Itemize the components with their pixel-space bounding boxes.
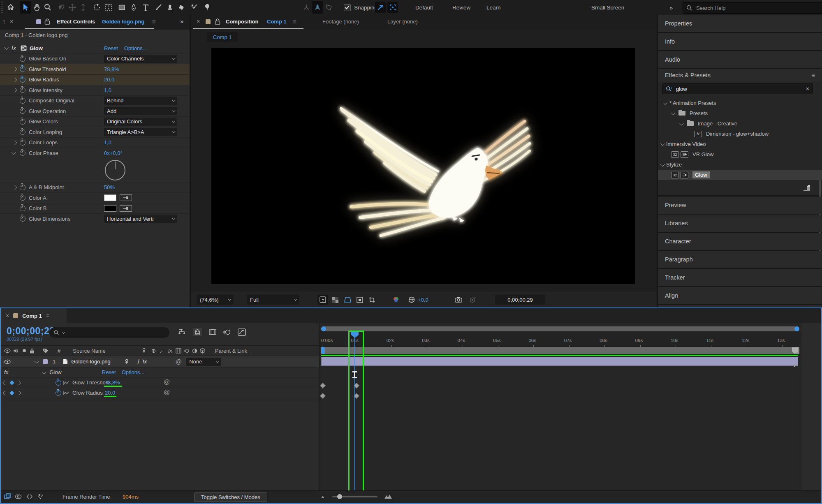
collapse-switch-icon[interactable]: [141, 348, 147, 354]
keyframe-radius-0[interactable]: [320, 393, 326, 399]
snap-along-edges-button[interactable]: [375, 2, 386, 13]
timeline-horizontal-scrollbar[interactable]: [321, 326, 799, 331]
effects-presets-search-input[interactable]: [675, 86, 800, 92]
prev-keyframe-icon[interactable]: [2, 391, 7, 395]
color-b-swatch[interactable]: [104, 205, 116, 212]
stopwatch-icon-active[interactable]: [20, 77, 25, 83]
stopwatch-icon-active[interactable]: [56, 390, 61, 396]
workspace-tab-learn[interactable]: Learn: [486, 0, 501, 15]
orbit-camera-tool[interactable]: [56, 1, 67, 14]
composite-original-dropdown[interactable]: Behind: [104, 97, 177, 105]
timeline-zoom-slider[interactable]: [332, 496, 377, 497]
collapse-icon[interactable]: [660, 141, 665, 146]
type-tool[interactable]: [140, 1, 151, 14]
search-help-box[interactable]: [683, 2, 822, 14]
stopwatch-icon[interactable]: [20, 206, 25, 211]
effect-name[interactable]: Glow: [30, 45, 43, 51]
collapse-icon[interactable]: [12, 150, 16, 155]
exposure-reset-icon[interactable]: [406, 295, 417, 305]
stopwatch-icon[interactable]: [20, 140, 25, 146]
stopwatch-icon-active[interactable]: [20, 66, 25, 72]
effect-name[interactable]: Glow: [49, 369, 62, 375]
glow-operation-dropdown[interactable]: Add: [104, 107, 177, 115]
composition-frame[interactable]: [211, 48, 635, 284]
expand-icon[interactable]: [12, 77, 17, 82]
layer-collapse-switch-icon[interactable]: [124, 359, 130, 365]
toggle-switches-modes-button[interactable]: Toggle Switches / Modes: [194, 492, 267, 502]
crop-icon[interactable]: [367, 295, 377, 305]
scrollbar-right-handle[interactable]: [794, 326, 799, 331]
keyframe-threshold-0[interactable]: [320, 383, 326, 388]
selection-tool[interactable]: [20, 1, 31, 14]
label-column-icon[interactable]: [43, 348, 49, 354]
frame-blending-icon[interactable]: [209, 329, 216, 335]
timeline-search-input[interactable]: [67, 329, 159, 336]
panel-resize-corner-icon[interactable]: [803, 184, 811, 192]
stopwatch-icon[interactable]: [20, 216, 25, 222]
magnification-dropdown[interactable]: (74,6%): [197, 295, 234, 305]
panel-menu-icon[interactable]: ≡: [812, 72, 815, 79]
parent-link-column-header[interactable]: Parent & Link: [215, 348, 247, 354]
workspace-tab-review[interactable]: Review: [452, 0, 470, 15]
clone-stamp-tool[interactable]: [164, 1, 176, 14]
tree-animation-presets[interactable]: * Animation Presets: [658, 98, 822, 108]
layer-label-chip[interactable]: [43, 359, 48, 364]
motion-blur-icon[interactable]: [223, 329, 231, 335]
collapse-icon[interactable]: [663, 100, 667, 104]
stopwatch-icon[interactable]: [20, 185, 25, 190]
adjustment-layer-switch-icon[interactable]: [192, 348, 197, 354]
stopwatch-icon[interactable]: [20, 87, 25, 93]
transparency-grid-icon[interactable]: [330, 295, 340, 305]
stopwatch-icon[interactable]: [20, 98, 25, 104]
property-pickwhip-icon[interactable]: @: [164, 378, 170, 385]
footage-tab[interactable]: Footage (none): [322, 18, 359, 25]
sampling-switch-icon[interactable]: [160, 348, 165, 354]
expand-icon[interactable]: [12, 185, 17, 190]
eye-column-icon[interactable]: [4, 348, 11, 353]
property-row-glow-threshold[interactable]: Glow Threshold 78,8% @: [1, 377, 319, 388]
effect-collapse-icon[interactable]: [42, 369, 46, 374]
snapping-checkbox[interactable]: [344, 4, 351, 11]
home-icon[interactable]: [5, 1, 16, 14]
tree-presets-folder[interactable]: Presets: [658, 108, 822, 118]
composition-tab-title[interactable]: Composition: [226, 18, 258, 25]
panel-header-effects-presets[interactable]: Effects & Presets ≡: [658, 69, 822, 81]
lock-column-icon[interactable]: [30, 348, 35, 354]
layer-collapse-icon[interactable]: [35, 358, 39, 363]
world-axis-mode-icon[interactable]: [312, 1, 323, 14]
effect-reset-link[interactable]: Reset: [102, 369, 116, 375]
parent-pickwhip-icon[interactable]: @: [176, 358, 182, 365]
panel-header-info[interactable]: Info: [658, 33, 822, 50]
roto-brush-tool[interactable]: [189, 1, 200, 14]
stopwatch-icon[interactable]: [20, 150, 25, 156]
audio-column-icon[interactable]: [13, 348, 19, 354]
fast-previews-icon[interactable]: [317, 295, 328, 305]
color-phase-value[interactable]: 0x+0,0°: [104, 150, 123, 156]
timeline-search[interactable]: [49, 327, 169, 338]
panel-menu-icon[interactable]: ≡: [293, 18, 296, 25]
glow-radius-value[interactable]: 20,0: [104, 76, 114, 83]
stopwatch-icon[interactable]: [20, 56, 25, 62]
expand-icon[interactable]: [12, 67, 17, 72]
effect-glow-header-row[interactable]: fx Glow Reset Options...: [0, 43, 190, 53]
panel-header-character[interactable]: Character: [658, 233, 822, 250]
pen-tool[interactable]: [128, 1, 139, 14]
property-pickwhip-icon[interactable]: @: [164, 388, 170, 395]
collapse-icon[interactable]: [679, 120, 684, 125]
project-tab-remnant[interactable]: t: [3, 18, 5, 25]
layer-name[interactable]: Golden logo.png: [71, 358, 110, 365]
expand-icon[interactable]: [12, 140, 17, 145]
glow-based-on-dropdown[interactable]: Color Channels: [104, 55, 177, 63]
eraser-tool[interactable]: [176, 1, 187, 14]
graph-editor-icon[interactable]: [238, 328, 246, 336]
search-help-input[interactable]: [695, 5, 804, 12]
work-area-start-handle[interactable]: [321, 347, 325, 354]
panel-header-preview[interactable]: Preview: [658, 197, 822, 214]
view-axis-mode-icon[interactable]: [323, 1, 335, 14]
comp-marker-bin-icon[interactable]: [792, 347, 798, 354]
exposure-value[interactable]: +0,0: [418, 297, 428, 303]
stopwatch-icon[interactable]: [20, 129, 25, 135]
color-phase-dial[interactable]: [105, 160, 125, 180]
tree-stylize[interactable]: Stylize: [658, 160, 822, 170]
viewer-timecode[interactable]: 0;00;00;29: [495, 295, 545, 305]
